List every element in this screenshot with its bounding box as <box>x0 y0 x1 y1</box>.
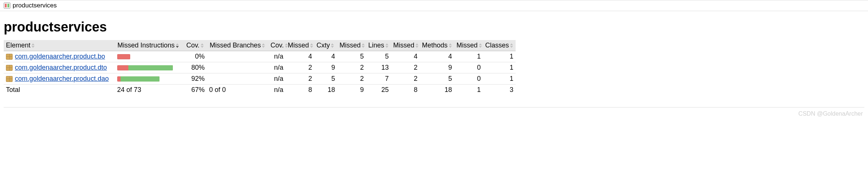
missed-classes: 0 <box>454 73 483 85</box>
svg-marker-16 <box>385 43 388 45</box>
watermark: CSDN @GoldenaArcher <box>0 108 868 121</box>
missed-methods: 2 <box>391 73 420 85</box>
sort-icon <box>415 43 420 48</box>
coverage-table: Element Missed Instructions Cov. Missed … <box>4 40 516 95</box>
svg-marker-7 <box>262 46 265 48</box>
col-missed-branches[interactable]: Missed Branches <box>207 40 268 51</box>
svg-marker-20 <box>449 43 452 45</box>
svg-marker-3 <box>176 46 179 48</box>
package-link[interactable]: com.goldenaarcher.product.dao <box>15 75 109 83</box>
branch-cov: n/a <box>268 51 286 62</box>
sort-icon <box>510 43 514 48</box>
table-total-row: Total 24 of 73 67% 0 of 0 n/a 8 18 9 25 … <box>4 85 516 96</box>
svg-marker-19 <box>415 46 418 48</box>
missed-methods: 2 <box>391 62 420 73</box>
instruction-bar <box>117 65 173 70</box>
sort-icon <box>331 43 335 48</box>
sort-icon <box>479 43 483 48</box>
package-link[interactable]: com.goldenaarcher.product.bo <box>15 53 105 60</box>
svg-marker-17 <box>385 46 388 48</box>
svg-marker-9 <box>285 46 288 48</box>
missed-cxty: 2 <box>286 62 315 73</box>
instruction-cov: 0% <box>182 51 207 62</box>
methods: 4 <box>420 51 454 62</box>
col-cxty[interactable]: Cxty <box>314 40 337 51</box>
total-label: Total <box>4 85 115 96</box>
classes: 1 <box>483 73 516 85</box>
cxty: 4 <box>314 51 337 62</box>
svg-marker-12 <box>331 43 334 45</box>
package-icon <box>6 65 13 71</box>
sort-icon <box>310 43 314 48</box>
missed-cxty: 4 <box>286 51 315 62</box>
cxty: 5 <box>314 73 337 85</box>
sort-icon <box>31 43 36 48</box>
instruction-cov: 92% <box>182 73 207 85</box>
total-m-classes: 1 <box>454 85 483 96</box>
svg-marker-22 <box>479 43 482 45</box>
total-instr-cov: 67% <box>182 85 207 96</box>
col-methods[interactable]: Methods <box>420 40 454 51</box>
svg-marker-23 <box>479 46 482 48</box>
col-missed-lines[interactable]: Missed <box>337 40 366 51</box>
lines: 5 <box>366 51 391 62</box>
sort-icon <box>448 43 453 48</box>
col-missed-classes[interactable]: Missed <box>454 40 483 51</box>
methods: 5 <box>420 73 454 85</box>
page-title: productservices <box>4 19 864 35</box>
report-icon <box>4 3 10 9</box>
package-icon <box>6 54 13 60</box>
svg-marker-21 <box>449 46 452 48</box>
col-cov-branches[interactable]: Cov. <box>268 40 286 51</box>
svg-marker-1 <box>32 46 34 48</box>
classes: 1 <box>483 62 516 73</box>
lines: 7 <box>366 73 391 85</box>
total-instr-text: 24 of 73 <box>115 85 182 96</box>
sort-icon <box>175 43 180 48</box>
instruction-bar <box>117 54 130 59</box>
missed-methods: 4 <box>391 51 420 62</box>
svg-marker-0 <box>32 43 34 45</box>
branch-cov: n/a <box>268 62 286 73</box>
package-icon <box>6 76 13 82</box>
col-missed-methods[interactable]: Missed <box>391 40 420 51</box>
package-link[interactable]: com.goldenaarcher.product.dto <box>15 64 107 72</box>
sort-icon <box>385 43 389 48</box>
branch-bar <box>207 73 268 85</box>
lines: 13 <box>366 62 391 73</box>
missed-classes: 0 <box>454 62 483 73</box>
col-classes[interactable]: Classes <box>483 40 516 51</box>
col-element[interactable]: Element <box>4 40 115 51</box>
total-m-methods: 8 <box>391 85 420 96</box>
table-row: com.goldenaarcher.product.bo0%n/a4455441… <box>4 51 516 62</box>
table-row: com.goldenaarcher.product.dao92%n/a25272… <box>4 73 516 85</box>
classes: 1 <box>483 51 516 62</box>
total-m-cxty: 8 <box>286 85 315 96</box>
branch-bar <box>207 62 268 73</box>
svg-marker-25 <box>510 46 513 48</box>
missed-lines: 2 <box>337 62 366 73</box>
col-cov-instructions[interactable]: Cov. <box>182 40 207 51</box>
total-cxty: 18 <box>314 85 337 96</box>
sort-icon <box>361 43 366 48</box>
svg-marker-5 <box>201 46 204 48</box>
missed-lines: 5 <box>337 51 366 62</box>
svg-marker-4 <box>201 43 204 45</box>
svg-marker-10 <box>310 43 313 45</box>
instruction-bar <box>117 76 160 82</box>
total-branch-cov: n/a <box>268 85 286 96</box>
missed-classes: 1 <box>454 51 483 62</box>
svg-marker-15 <box>362 46 365 48</box>
svg-marker-6 <box>262 43 265 45</box>
col-lines[interactable]: Lines <box>366 40 391 51</box>
total-lines: 25 <box>366 85 391 96</box>
svg-marker-24 <box>510 43 513 45</box>
col-missed-instructions[interactable]: Missed Instructions <box>115 40 182 51</box>
table-header-row: Element Missed Instructions Cov. Missed … <box>4 40 516 51</box>
svg-marker-8 <box>285 43 288 45</box>
col-missed-cxty[interactable]: Missed <box>286 40 315 51</box>
total-methods: 18 <box>420 85 454 96</box>
total-classes: 3 <box>483 85 516 96</box>
cxty: 9 <box>314 62 337 73</box>
branch-cov: n/a <box>268 73 286 85</box>
